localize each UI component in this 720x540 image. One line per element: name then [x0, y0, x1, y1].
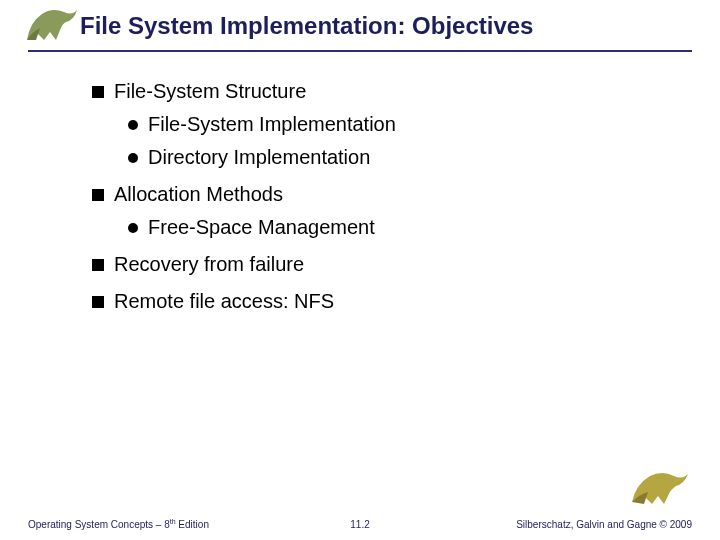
dot-bullet-icon	[128, 153, 138, 163]
slide: File System Implementation: Objectives F…	[0, 0, 720, 540]
footer-left: Operating System Concepts – 8th Edition	[28, 518, 209, 530]
bullet-text: File-System Implementation	[148, 113, 396, 136]
bullet-item: Recovery from failure	[92, 253, 672, 276]
bullet-text: Free-Space Management	[148, 216, 375, 239]
slide-title: File System Implementation: Objectives	[80, 12, 692, 40]
slide-header: File System Implementation: Objectives	[0, 0, 720, 46]
bullet-group-3: Recovery from failure	[92, 253, 672, 276]
slide-footer: Operating System Concepts – 8th Edition …	[0, 518, 720, 530]
sub-bullet-item: Free-Space Management	[128, 216, 672, 239]
dinosaur-icon-bottom	[628, 466, 692, 508]
square-bullet-icon	[92, 259, 104, 271]
bullet-group-4: Remote file access: NFS	[92, 290, 672, 313]
bullet-group-1: File-System Structure File-System Implem…	[92, 80, 672, 169]
bullet-text: Remote file access: NFS	[114, 290, 334, 313]
bullet-text: Recovery from failure	[114, 253, 304, 276]
footer-page-number: 11.2	[350, 519, 369, 530]
footer-authors: Silberschatz, Galvin and Gagne © 2009	[516, 519, 692, 530]
dot-bullet-icon	[128, 223, 138, 233]
bullet-group-2: Allocation Methods Free-Space Management	[92, 183, 672, 239]
square-bullet-icon	[92, 86, 104, 98]
square-bullet-icon	[92, 296, 104, 308]
sub-bullet-item: File-System Implementation	[128, 113, 672, 136]
bullet-item: File-System Structure	[92, 80, 672, 103]
sub-bullet-item: Directory Implementation	[128, 146, 672, 169]
bullet-text: File-System Structure	[114, 80, 306, 103]
slide-content: File-System Structure File-System Implem…	[0, 52, 720, 313]
dot-bullet-icon	[128, 120, 138, 130]
square-bullet-icon	[92, 189, 104, 201]
bullet-text: Allocation Methods	[114, 183, 283, 206]
footer-edition-suffix: Edition	[176, 519, 209, 530]
bullet-item: Remote file access: NFS	[92, 290, 672, 313]
footer-book-title: Operating System Concepts – 8	[28, 519, 170, 530]
bullet-text: Directory Implementation	[148, 146, 370, 169]
bullet-item: Allocation Methods	[92, 183, 672, 206]
